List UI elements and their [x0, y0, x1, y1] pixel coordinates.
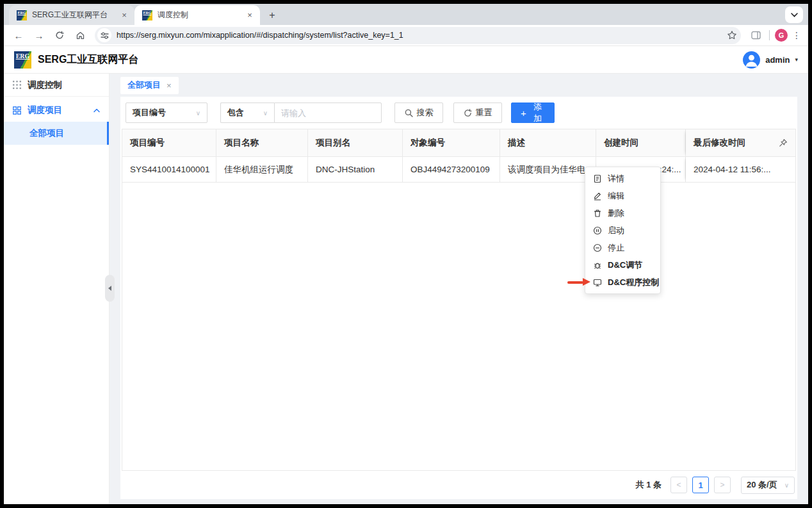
tab-all-projects[interactable]: 全部项目 ×	[120, 77, 179, 94]
table-header-cell: 项目别名	[308, 129, 403, 156]
document-icon	[593, 174, 602, 183]
filter-field-select[interactable]: 项目编号 ∨	[126, 102, 207, 123]
sidebar-item-dispatch-control[interactable]: 调度控制	[4, 74, 109, 97]
next-page-button[interactable]: >	[714, 477, 731, 493]
user-menu[interactable]: admin ▾	[743, 51, 798, 69]
serg-favicon: ERG	[142, 10, 152, 20]
grid-dots-icon	[13, 81, 21, 89]
window-chevron-button[interactable]	[785, 6, 803, 23]
pagination: 共 1 条 < 1 > 20 条/页 ∨	[122, 471, 796, 499]
table-header-cell: 对象编号	[403, 129, 500, 156]
menu-item-label: 编辑	[608, 190, 624, 202]
browser-tabstrip: ERG SERG工业互联网平台 × ERG 调度控制 × +	[4, 4, 808, 25]
url-text[interactable]: https://serg.mixyun.com/mixapplication/#…	[117, 31, 722, 40]
browser-toolbar: ← → https://serg.mixyun.com/mixapplicati…	[4, 25, 808, 46]
select-value: 包含	[227, 107, 244, 119]
toolbar-divider	[769, 30, 770, 40]
menu-item-label: D&C程序控制	[608, 277, 659, 288]
app-body: 调度控制 调度项目 全部项目 全部项目 ×	[4, 74, 808, 504]
add-button[interactable]: + 添加	[511, 102, 555, 123]
cell-project-name: 佳华机组运行调度	[216, 156, 308, 182]
page-size-value: 20 条/页	[747, 479, 777, 491]
menu-item-label: 启动	[608, 225, 624, 236]
pin-icon[interactable]	[779, 138, 788, 147]
prev-page-button[interactable]: <	[670, 477, 687, 493]
chevron-down-icon: ∨	[196, 110, 200, 117]
serg-logo: ERG	[14, 51, 31, 69]
reload-icon[interactable]	[51, 27, 68, 44]
sidebar-item-all-projects[interactable]: 全部项目	[4, 122, 109, 145]
menu-item-edit[interactable]: 编辑	[585, 187, 660, 204]
user-caret-icon: ▾	[795, 56, 798, 63]
chevron-down-icon	[791, 13, 798, 17]
browser-tab-title: SERG工业互联网平台	[32, 10, 114, 20]
content-card: 项目编号 ∨ 包含 ∨ 搜索 重置	[120, 97, 797, 499]
table-header-cell: 描述	[500, 129, 596, 156]
table-header-cell: 项目名称	[216, 129, 308, 156]
menu-item-stop[interactable]: 停止	[585, 239, 660, 256]
trash-icon	[593, 209, 602, 218]
menu-item-label: 删除	[608, 208, 624, 219]
projects-table: 项目编号 项目名称 项目别名 对象编号 描述 创建时间 最后修改时间	[122, 129, 796, 471]
home-icon[interactable]	[72, 27, 88, 44]
browser-window: ERG SERG工业互联网平台 × ERG 调度控制 × + ← → https…	[4, 4, 808, 504]
menu-item-details[interactable]: 详情	[585, 170, 660, 187]
select-value: 项目编号	[133, 107, 166, 119]
menu-item-label: D&C调节	[608, 259, 642, 271]
table-empty-area	[122, 182, 795, 470]
tab-close-icon[interactable]: ×	[119, 10, 129, 20]
search-icon	[405, 109, 413, 117]
table-header-cell: 最后修改时间	[686, 129, 795, 156]
menu-item-dc-program-control[interactable]: D&C程序控制	[585, 274, 660, 291]
reset-button-label: 重置	[476, 107, 492, 119]
menu-item-dc-adjust[interactable]: D&C调节	[585, 256, 660, 274]
profile-badge[interactable]: G	[775, 29, 788, 42]
url-bar[interactable]: https://serg.mixyun.com/mixapplication/#…	[95, 27, 741, 44]
new-tab-button[interactable]: +	[264, 7, 280, 24]
sidebar-item-dispatch-projects[interactable]: 调度项目	[4, 99, 109, 122]
cell-object-id: OBJ4494273200109	[403, 156, 500, 182]
reset-icon	[464, 109, 472, 117]
start-icon	[593, 226, 602, 235]
filter-value-input[interactable]	[274, 102, 382, 123]
page-number-button[interactable]: 1	[692, 477, 709, 493]
total-count-label: 共 1 条	[636, 479, 662, 491]
page-size-select[interactable]: 20 条/页 ∨	[741, 477, 795, 494]
sidebar-item-label: 调度控制	[28, 79, 62, 91]
menu-item-start[interactable]: 启动	[585, 222, 660, 239]
sidebar-item-label: 全部项目	[29, 127, 64, 139]
bookmark-star-icon[interactable]	[727, 30, 737, 40]
cell-project-id: SYS4410014100001	[122, 156, 216, 182]
side-panel-icon[interactable]	[747, 27, 764, 44]
app-header: ERG SERG工业互联网平台 admin ▾	[4, 46, 808, 74]
table-row[interactable]: SYS4410014100001 佳华机组运行调度 DNC-JHStation …	[122, 156, 795, 182]
search-button[interactable]: 搜索	[394, 102, 443, 123]
table-header-cell: 项目编号	[122, 129, 216, 156]
tab-close-icon[interactable]: ×	[166, 81, 172, 90]
tab-close-icon[interactable]: ×	[245, 10, 255, 20]
cell-description: 该调度项目为佳华电...	[500, 156, 596, 182]
browser-tab-title: 调度控制	[158, 10, 240, 20]
sidebar-collapse-handle[interactable]	[105, 275, 115, 302]
stop-icon	[593, 243, 602, 252]
bug-icon	[593, 261, 602, 270]
annotation-arrow	[567, 278, 590, 286]
tab-label: 全部项目	[127, 79, 161, 91]
chevron-up-icon	[93, 108, 100, 113]
table-header-cell: 创建时间	[596, 129, 686, 156]
collapse-arrow-icon	[108, 286, 111, 291]
browser-tab-dispatch[interactable]: ERG 调度控制 ×	[134, 5, 260, 25]
browser-menu-icon[interactable]: ⋮	[792, 30, 802, 40]
reset-button[interactable]: 重置	[453, 102, 502, 123]
chevron-down-icon: ∨	[784, 482, 789, 489]
sidebar: 调度控制 调度项目 全部项目	[4, 74, 110, 504]
forward-icon[interactable]: →	[31, 27, 47, 44]
cell-project-alias: DNC-JHStation	[308, 156, 403, 182]
monitor-icon	[593, 278, 602, 287]
menu-item-label: 停止	[608, 242, 624, 254]
filter-operator-select[interactable]: 包含 ∨	[220, 102, 274, 123]
back-icon[interactable]: ←	[10, 27, 27, 44]
menu-item-delete[interactable]: 删除	[585, 204, 660, 222]
browser-tab-platform[interactable]: ERG SERG工业互联网平台 ×	[9, 5, 134, 25]
site-settings-icon[interactable]	[97, 28, 111, 42]
